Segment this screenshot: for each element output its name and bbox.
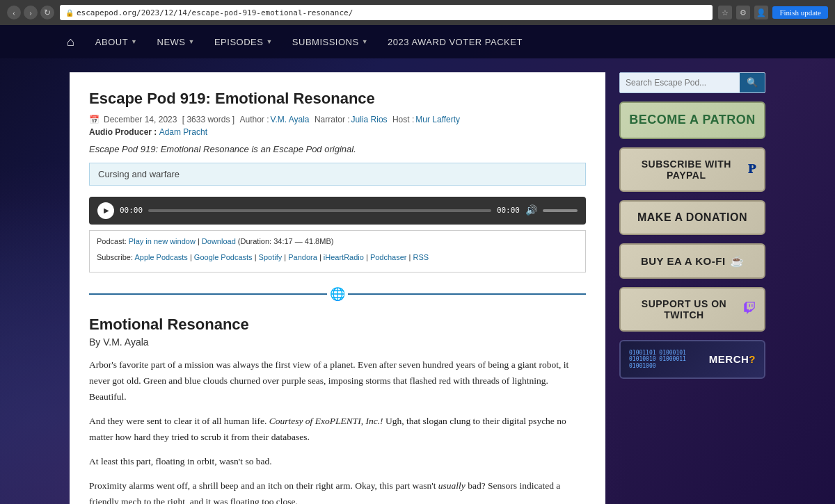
finish-update-button[interactable]: Finish update: [772, 6, 828, 19]
download-link[interactable]: Download: [202, 237, 236, 245]
divider: 🌐: [89, 284, 586, 304]
story-author: By V.M. Ayala: [89, 336, 586, 348]
merch-code: 01001101 0100010101010010 01000011010010…: [629, 350, 703, 370]
podcast-info-box: Podcast: Play in new window | Download (…: [89, 230, 586, 273]
forward-button[interactable]: ›: [24, 6, 38, 19]
kofi-button[interactable]: BUY EA A KO-FI ☕: [619, 243, 765, 279]
home-icon: ⌂: [67, 35, 74, 49]
bookmark-icon[interactable]: ☆: [718, 6, 732, 19]
story-paragraph-1: Arbor's favorite part of a mission was a…: [89, 357, 586, 405]
article-meta: 📅 December 14, 2023 [ 3633 words ] Autho…: [89, 115, 586, 124]
divider-line-right: [348, 293, 586, 295]
back-button[interactable]: ‹: [7, 6, 21, 19]
sidebar: 🔍 BECOME A PATRON SUBSCRIBE WITH PAYPAL …: [619, 72, 765, 504]
browser-chrome: ‹ › ↻ 🔒 escapepod.org/2023/12/14/escape-…: [0, 0, 835, 25]
narrator-label: Narrator :: [315, 115, 350, 124]
twitch-button[interactable]: SUPPORT US ON TWITCH: [619, 287, 765, 332]
episodes-chevron-icon: ▼: [266, 38, 272, 45]
news-chevron-icon: ▼: [189, 38, 195, 45]
search-input[interactable]: [620, 73, 740, 92]
divider-line-left: [89, 293, 327, 295]
calendar-icon: 📅: [89, 115, 100, 124]
nav-episodes-label: Episodes: [214, 37, 263, 47]
donation-button[interactable]: MAKE A DONATION: [619, 200, 765, 235]
story-paragraph-4: Proximity alarms went off, a shrill beep…: [89, 478, 586, 504]
original-notice: Escape Pod 919: Emotional Resonance is a…: [89, 144, 586, 154]
twitch-label: SUPPORT US ON TWITCH: [629, 298, 739, 320]
podcast-subscribe-line: Subscribe: Apple Podcasts | Google Podca…: [97, 251, 578, 265]
play-icon: ▶: [104, 206, 109, 214]
volume-bar[interactable]: [543, 209, 578, 212]
nav-voter-label: 2023 Award Voter Packet: [388, 37, 523, 47]
kofi-icon: ☕: [730, 254, 745, 268]
story-paragraph-2: And they were sent to clear it of all hu…: [89, 414, 586, 446]
narrator-link[interactable]: Julia Rios: [351, 115, 388, 124]
search-box[interactable]: 🔍: [619, 72, 765, 93]
paypal-button[interactable]: SUBSCRIBE WITH PAYPAL 𝐏: [619, 147, 765, 192]
browser-nav-buttons: ‹ › ↻: [7, 6, 54, 19]
patron-label: BECOME A PATRON: [629, 113, 756, 127]
profile-icon[interactable]: 👤: [754, 6, 768, 19]
rss-link[interactable]: RSS: [413, 253, 429, 261]
extensions-icon[interactable]: ⚙: [736, 6, 750, 19]
author-link[interactable]: V.M. Ayala: [271, 115, 310, 124]
page-background: ⌂ About ▼ News ▼ Episodes ▼ Submissions …: [0, 25, 835, 504]
time-end: 00:00: [497, 206, 520, 215]
main-content: Escape Pod 919: Emotional Resonance 📅 De…: [56, 58, 779, 504]
nav-news-label: News: [157, 37, 186, 47]
host-link[interactable]: Mur Lafferty: [415, 115, 460, 124]
url-text: escapepod.org/2023/12/14/escape-pod-919-…: [77, 8, 353, 17]
audio-producer: Audio Producer : Adam Pracht: [89, 127, 586, 137]
merch-text-area: 01001101 0100010101010010 01000011010010…: [629, 350, 703, 370]
content-warning-text: Cursing and warfare: [98, 169, 180, 179]
patron-button[interactable]: BECOME A PATRON: [619, 101, 765, 139]
nav-about-label: About: [95, 37, 128, 47]
nav-submissions-label: Submissions: [292, 37, 359, 47]
time-start: 00:00: [120, 206, 143, 215]
story-paragraph-3: At least this part, floating in orbit, w…: [89, 454, 586, 470]
browser-action-buttons: ☆ ⚙ 👤 Finish update: [718, 6, 828, 19]
play-button[interactable]: ▶: [97, 202, 114, 219]
about-chevron-icon: ▼: [131, 38, 137, 45]
mute-icon[interactable]: 🔊: [525, 204, 537, 216]
host-label: Host :: [392, 115, 414, 124]
article-date: December 14, 2023: [104, 115, 177, 124]
kofi-label: BUY EA A KO-FI: [641, 255, 726, 267]
article-area: Escape Pod 919: Emotional Resonance 📅 De…: [70, 72, 605, 504]
lock-icon: 🔒: [65, 9, 74, 17]
article-title: Escape Pod 919: Emotional Resonance: [89, 89, 586, 109]
twitch-icon: [743, 302, 756, 317]
nav-episodes[interactable]: Episodes ▼: [205, 25, 283, 58]
merch-label: MERCH?: [709, 353, 756, 365]
iheartradio-link[interactable]: iHeartRadio: [324, 253, 364, 261]
play-new-window-link[interactable]: Play in new window: [129, 237, 196, 245]
url-bar[interactable]: 🔒 escapepod.org/2023/12/14/escape-pod-91…: [60, 5, 713, 20]
audio-producer-link[interactable]: Adam Pracht: [159, 127, 207, 137]
spotify-link[interactable]: Spotify: [259, 253, 283, 261]
progress-bar[interactable]: [148, 209, 491, 212]
nav-submissions[interactable]: Submissions ▼: [283, 25, 378, 58]
nav-home-button[interactable]: ⌂: [56, 35, 86, 49]
podchaser-link[interactable]: Podchaser: [370, 253, 407, 261]
pandora-link[interactable]: Pandora: [288, 253, 317, 261]
content-warning: Cursing and warfare: [89, 163, 586, 186]
donation-label: MAKE A DONATION: [637, 211, 747, 223]
audio-player[interactable]: ▶ 00:00 00:00 🔊: [89, 197, 586, 225]
paypal-label: SUBSCRIBE WITH PAYPAL: [629, 158, 744, 181]
author-label: Author :: [239, 115, 269, 124]
merch-button[interactable]: 01001101 0100010101010010 01000011010010…: [619, 340, 765, 380]
google-podcasts-link[interactable]: Google Podcasts: [194, 253, 253, 261]
audio-producer-label: Audio Producer :: [89, 127, 157, 137]
top-navigation: ⌂ About ▼ News ▼ Episodes ▼ Submissions …: [0, 25, 835, 58]
search-icon: 🔍: [747, 77, 758, 88]
search-button[interactable]: 🔍: [740, 73, 765, 92]
nav-voter-packet[interactable]: 2023 Award Voter Packet: [378, 25, 532, 58]
paypal-icon: 𝐏: [748, 162, 756, 177]
reload-button[interactable]: ↻: [40, 6, 54, 19]
nav-news[interactable]: News ▼: [148, 25, 205, 58]
podcast-download-line: Podcast: Play in new window | Download (…: [97, 235, 578, 249]
submissions-chevron-icon: ▼: [362, 38, 368, 45]
nav-about[interactable]: About ▼: [86, 25, 148, 58]
apple-podcasts-link[interactable]: Apple Podcasts: [134, 253, 187, 261]
word-count: [ 3633 words ]: [182, 115, 234, 124]
